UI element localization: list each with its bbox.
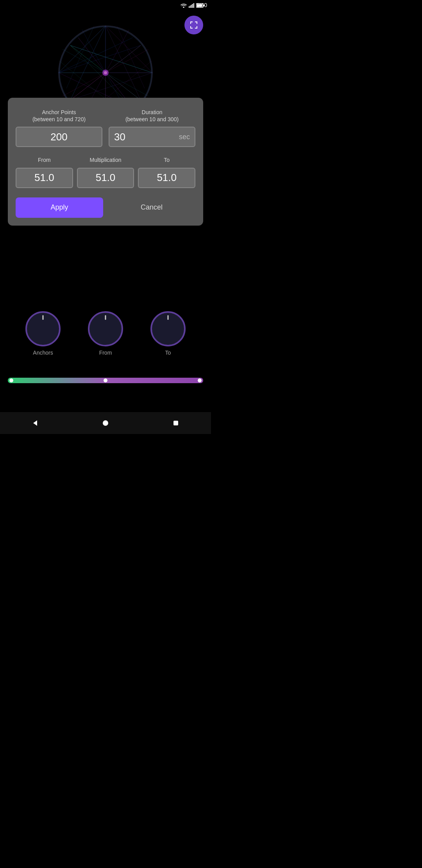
duration-unit: sec: [179, 133, 190, 141]
slider-dot-right: [198, 378, 202, 382]
svg-line-32: [106, 73, 141, 100]
from-value: 51.0: [34, 172, 54, 184]
from-col: From 51.0: [16, 156, 73, 188]
to-knob-indicator: [168, 315, 169, 320]
multiplication-input[interactable]: 51.0: [77, 168, 134, 188]
svg-rect-0: [189, 6, 190, 8]
anchor-points-value: 200: [50, 131, 67, 143]
color-slider[interactable]: [8, 378, 203, 383]
anchors-knob-container: Anchors: [25, 311, 61, 356]
svg-line-31: [70, 73, 106, 100]
anchors-knob-label: Anchors: [33, 350, 53, 356]
multiplication-label: Multiplication: [90, 156, 122, 163]
svg-rect-2: [191, 5, 192, 8]
anchors-knob-indicator: [43, 315, 44, 320]
wifi-icon: [181, 3, 187, 8]
svg-line-29: [70, 45, 106, 73]
status-bar: 5:40: [0, 0, 211, 11]
slider-dot-center: [104, 378, 107, 382]
to-input[interactable]: 51.0: [138, 168, 195, 188]
svg-line-30: [106, 45, 141, 73]
svg-line-20: [70, 45, 152, 73]
anchor-points-label: Anchor Points (between 10 and 720): [32, 109, 86, 123]
top-fields-row: Anchor Points (between 10 and 720) 200 D…: [16, 109, 195, 147]
svg-marker-44: [33, 420, 37, 426]
to-knob[interactable]: [150, 311, 186, 346]
visualization-area: [0, 11, 211, 105]
signal-icon: [189, 3, 194, 8]
from-knob[interactable]: [88, 311, 123, 346]
to-value: 51.0: [157, 172, 177, 184]
duration-input[interactable]: 30 sec: [109, 127, 195, 147]
anchor-points-col: Anchor Points (between 10 and 720) 200: [16, 109, 102, 147]
from-label: From: [38, 156, 51, 163]
to-label: To: [164, 156, 170, 163]
svg-rect-4: [193, 3, 194, 8]
recent-icon: [172, 420, 179, 427]
fullscreen-button[interactable]: [184, 16, 203, 34]
navigation-bar: [0, 412, 211, 434]
back-button[interactable]: [23, 415, 47, 431]
apply-button[interactable]: Apply: [16, 197, 103, 218]
to-knob-label: To: [165, 350, 171, 356]
svg-rect-3: [192, 4, 193, 8]
knobs-area: Anchors From To: [0, 311, 211, 356]
fullscreen-icon: [189, 20, 198, 30]
to-col: To 51.0: [138, 156, 195, 188]
anchors-knob[interactable]: [25, 311, 61, 346]
settings-modal: Anchor Points (between 10 and 720) 200 D…: [8, 98, 203, 226]
slider-dot-left: [9, 378, 13, 382]
buttons-row: Apply Cancel: [16, 197, 195, 218]
from-knob-container: From: [88, 311, 123, 356]
from-knob-label: From: [99, 350, 112, 356]
middle-fields-row: From 51.0 Multiplication 51.0 To 51.0: [16, 156, 195, 188]
svg-point-43: [104, 71, 107, 74]
multiplication-value: 51.0: [96, 172, 116, 184]
svg-point-45: [103, 420, 108, 426]
multiplication-col: Multiplication 51.0: [77, 156, 134, 188]
svg-rect-1: [190, 5, 191, 8]
duration-value: 30: [114, 131, 125, 143]
back-icon: [32, 420, 39, 427]
svg-rect-46: [173, 421, 178, 425]
anchor-points-input[interactable]: 200: [16, 127, 102, 147]
status-time: 5:40: [197, 2, 207, 8]
duration-label: Duration (between 10 and 300): [125, 109, 179, 123]
to-knob-container: To: [150, 311, 186, 356]
cancel-button[interactable]: Cancel: [108, 197, 195, 218]
recent-button[interactable]: [164, 415, 188, 431]
svg-line-18: [59, 45, 141, 73]
duration-col: Duration (between 10 and 300) 30 sec: [109, 109, 195, 147]
from-knob-indicator: [105, 315, 106, 320]
home-icon: [102, 420, 109, 427]
from-input[interactable]: 51.0: [16, 168, 73, 188]
home-button[interactable]: [94, 415, 117, 431]
